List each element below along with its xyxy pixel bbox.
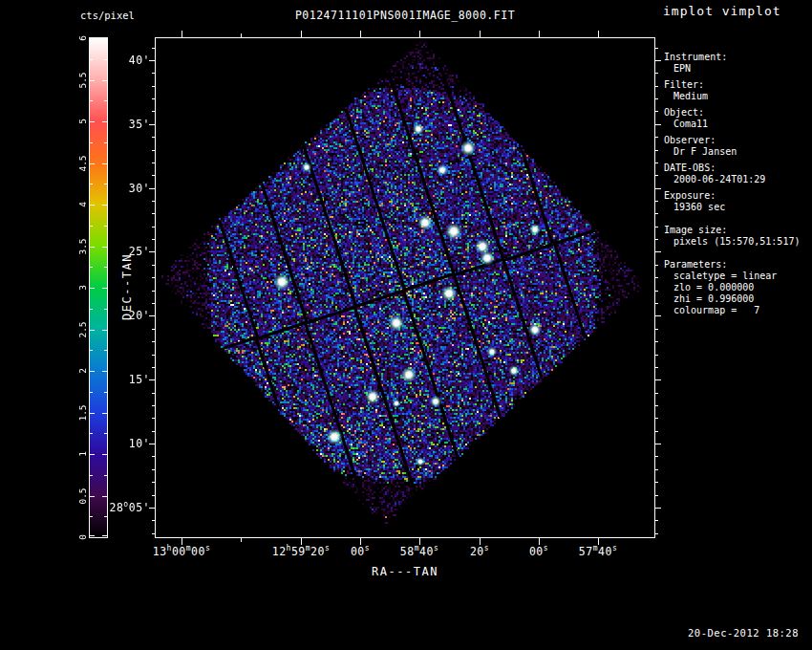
- info-group: Filter:Medium: [664, 79, 809, 102]
- x-tick: [480, 538, 481, 545]
- colorbar-tick: [90, 496, 95, 497]
- info-value: 2000-06-24T01:29: [664, 174, 809, 185]
- colorbar-tick-label: 3.5: [77, 238, 88, 254]
- y-minor-tick: [152, 239, 155, 240]
- colorbar-tick: [90, 163, 95, 164]
- y-minor-tick: [152, 162, 155, 163]
- y-minor-tick-right: [655, 355, 658, 356]
- y-tick-label: 30': [129, 182, 150, 195]
- y-tick-right: [655, 251, 661, 252]
- y-minor-tick-right: [655, 98, 658, 99]
- y-tick-label: 15': [129, 373, 150, 386]
- y-minor-tick-right: [655, 393, 658, 394]
- y-tick-label: 28o05': [109, 501, 150, 514]
- colorbar-tick: [102, 38, 107, 39]
- info-value: zlo = 0.000000: [664, 282, 809, 293]
- colorbar-minor-tick: [90, 433, 93, 434]
- info-value: colourmap = 7: [664, 305, 809, 316]
- colorbar-tick: [90, 288, 95, 289]
- info-label: Observer:: [664, 135, 809, 146]
- app-title: implot vimplot: [663, 4, 781, 18]
- colorbar-minor-tick: [90, 516, 93, 517]
- colorbar-tick: [90, 535, 95, 536]
- y-minor-tick-right: [655, 227, 658, 228]
- colorbar-tick-label: 4: [77, 202, 88, 207]
- y-tick-label: 25': [129, 245, 150, 258]
- y-minor-tick-right: [655, 329, 658, 330]
- y-tick-right: [655, 315, 661, 316]
- colorbar-minor-tick: [90, 184, 93, 184]
- colorbar-tick: [90, 80, 95, 81]
- colorbar-minor-tick: [104, 184, 107, 184]
- colorbar-minor-tick: [104, 392, 107, 393]
- y-minor-tick: [152, 303, 155, 304]
- colorbar-tick: [102, 247, 107, 248]
- colorbar-tick-label: 6: [77, 35, 88, 41]
- y-minor-tick: [152, 431, 155, 432]
- y-minor-tick-right: [655, 495, 658, 496]
- colorbar-tick-label: 3: [77, 285, 88, 291]
- colorbar-tick: [90, 454, 95, 455]
- info-label: Filter:: [664, 79, 809, 91]
- y-minor-tick: [152, 367, 155, 368]
- y-minor-tick: [152, 137, 155, 138]
- x-tick: [182, 538, 182, 545]
- x-tick: [598, 538, 599, 545]
- colorbar-tick: [90, 371, 95, 372]
- x-tick-label: 00s: [529, 545, 548, 558]
- y-minor-tick: [152, 73, 155, 74]
- y-minor-tick-right: [655, 405, 658, 406]
- info-group: Image size:pixels (15:570,51:517): [664, 225, 809, 248]
- sky-image[interactable]: [156, 38, 654, 537]
- info-value: zhi = 0.996000: [664, 293, 809, 305]
- y-minor-tick: [152, 393, 155, 394]
- info-group: Instrument:EPN: [664, 52, 809, 75]
- colorbar-tick: [102, 163, 107, 164]
- y-minor-tick-right: [655, 201, 658, 202]
- y-minor-tick-right: [655, 111, 658, 112]
- x-tick-top: [480, 31, 481, 37]
- colorbar-tick: [102, 121, 107, 122]
- y-minor-tick-right: [655, 520, 658, 521]
- x-tick-label: 13h00m00s: [153, 545, 211, 558]
- y-minor-tick-right: [655, 418, 658, 419]
- colorbar-tick: [90, 38, 95, 39]
- y-tick-right: [655, 379, 661, 380]
- colorbar-minor-tick: [104, 59, 107, 60]
- colorbar-tick: [102, 80, 107, 81]
- y-minor-tick: [152, 227, 155, 228]
- y-minor-tick-right: [655, 303, 658, 304]
- colorbar-minor-tick: [104, 226, 107, 227]
- x-tick-top: [360, 31, 361, 37]
- colorbar-tick: [90, 205, 95, 206]
- y-minor-tick-right: [655, 456, 658, 457]
- y-minor-tick-right: [655, 73, 658, 74]
- y-minor-tick: [152, 533, 155, 534]
- y-minor-tick: [152, 277, 155, 278]
- colorbar-tick: [102, 330, 107, 331]
- colorbar-tick-label: 1: [77, 451, 88, 457]
- colorbar-minor-tick: [90, 309, 93, 310]
- colorbar-tick: [102, 535, 107, 536]
- y-minor-tick: [152, 213, 155, 214]
- y-tick-right: [655, 444, 661, 444]
- x-tick-label: 20s: [470, 545, 489, 558]
- info-value: 19360 sec: [664, 202, 809, 213]
- y-minor-tick-right: [655, 86, 658, 87]
- y-minor-tick: [152, 405, 155, 406]
- info-group: Exposure:19360 sec: [664, 190, 809, 213]
- colorbar-tick: [102, 205, 107, 206]
- y-tick-right: [655, 508, 661, 509]
- colorbar-tick: [102, 454, 107, 455]
- y-tick-right: [655, 60, 661, 61]
- colorbar-tick: [90, 413, 95, 414]
- x-tick: [539, 538, 540, 545]
- colorbar-tick-label: 0.5: [77, 488, 88, 504]
- colorbar-minor-tick: [104, 350, 107, 351]
- y-minor-tick: [152, 341, 155, 342]
- colorbar-tick: [102, 496, 107, 497]
- colorbar-minor-tick: [104, 516, 107, 517]
- info-label: Image size:: [664, 225, 809, 236]
- colorbar-tick: [90, 247, 95, 248]
- info-value: EPN: [664, 63, 809, 75]
